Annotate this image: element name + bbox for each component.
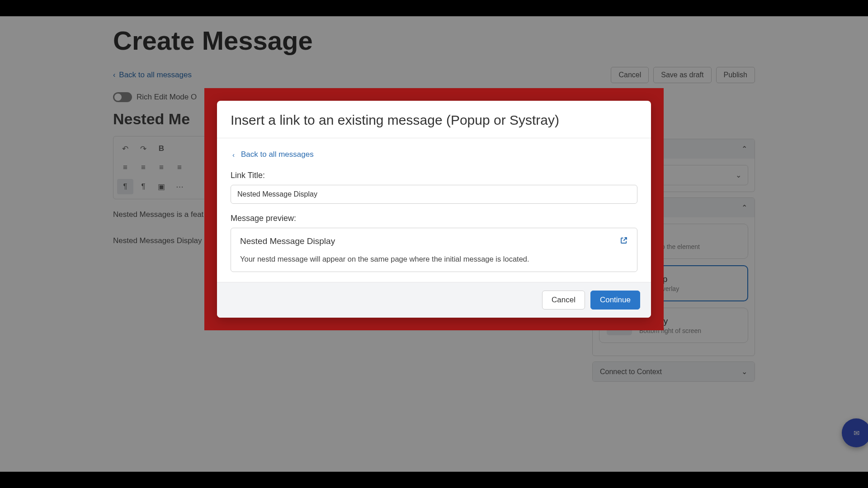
link-title-input[interactable] bbox=[231, 185, 637, 204]
highlight-frame: Insert a link to an existing message (Po… bbox=[204, 88, 664, 330]
message-preview-label: Message preview: bbox=[231, 214, 637, 223]
modal-footer: Cancel Continue bbox=[217, 282, 651, 318]
message-preview-box: Nested Message Display Your nestd messag… bbox=[231, 228, 637, 272]
modal-continue-button[interactable]: Continue bbox=[590, 291, 640, 310]
modal-cancel-button[interactable]: Cancel bbox=[542, 291, 585, 310]
preview-title: Nested Message Display bbox=[240, 236, 335, 246]
insert-link-modal: Insert a link to an existing message (Po… bbox=[217, 101, 651, 318]
modal-overlay: Insert a link to an existing message (Po… bbox=[0, 0, 868, 488]
modal-back-label: Back to all messages bbox=[241, 150, 314, 159]
preview-body: Your nestd message will appear on the sa… bbox=[240, 255, 628, 263]
link-title-label: Link Title: bbox=[231, 171, 637, 180]
modal-back-link[interactable]: ‹ Back to all messages bbox=[231, 150, 637, 159]
modal-body: ‹ Back to all messages Link Title: Messa… bbox=[217, 138, 651, 282]
chevron-left-icon: ‹ bbox=[232, 151, 235, 159]
modal-header: Insert a link to an existing message (Po… bbox=[217, 101, 651, 138]
modal-title: Insert a link to an existing message (Po… bbox=[231, 113, 637, 128]
external-link-icon[interactable] bbox=[620, 236, 628, 247]
